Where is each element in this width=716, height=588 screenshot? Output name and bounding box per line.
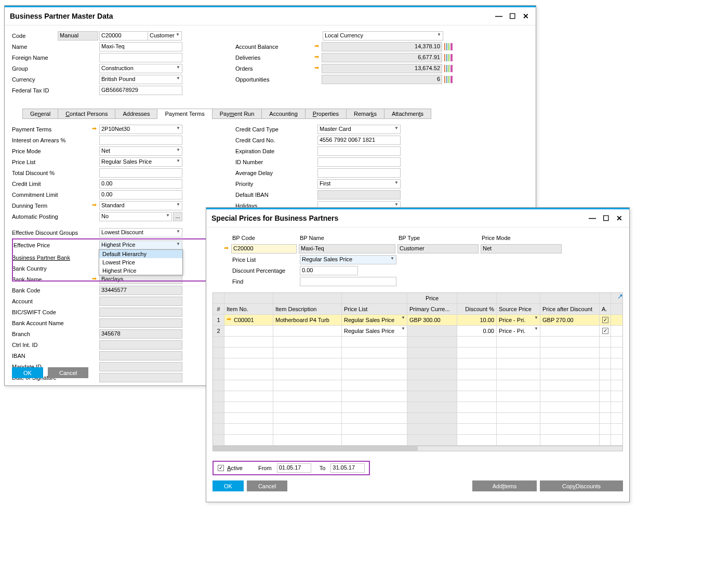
dd-item-highest-price[interactable]: Highest Price [99, 266, 182, 275]
tab-attachments[interactable]: Attachments [384, 109, 431, 119]
table-row[interactable] [213, 337, 622, 348]
sp-discount-pct-field[interactable]: 0.00 [300, 266, 358, 275]
copy-discounts-button[interactable]: Copy Discounts [540, 480, 623, 491]
link-arrow-icon[interactable] [314, 55, 322, 61]
group-select[interactable]: Construction [99, 64, 182, 73]
tab-properties[interactable]: Properties [305, 109, 347, 119]
automatic-posting-extra-button[interactable]: ... [173, 212, 182, 221]
tab-remarks[interactable]: Remarks [346, 109, 384, 119]
cell-source[interactable]: Price - Pri. [497, 326, 540, 336]
cc-no-field[interactable]: 4556 7992 0067 1821 [317, 136, 401, 145]
from-field[interactable]: 01.05.17 [277, 463, 311, 473]
tab-addresses[interactable]: Addresses [115, 109, 157, 119]
cancel-button[interactable]: Cancel [247, 480, 287, 491]
ok-button[interactable]: OK [213, 480, 244, 491]
cell-a[interactable]: ✓ [600, 315, 611, 325]
automatic-posting-select[interactable]: No [99, 212, 172, 221]
code-field[interactable]: C20000 [99, 31, 148, 41]
tab-general[interactable]: General [22, 109, 58, 119]
currency-select[interactable]: British Pound [99, 75, 182, 84]
tab-payment-terms[interactable]: Payment Terms [157, 109, 212, 119]
foreign-name-field[interactable] [99, 53, 182, 62]
chart-icon[interactable] [444, 54, 453, 61]
maximize-button[interactable]: ☐ [508, 11, 517, 21]
add-items-button[interactable]: Add Items [472, 480, 537, 491]
cell-item-no[interactable] [224, 326, 273, 336]
link-arrow-icon[interactable] [224, 246, 231, 252]
price-list-select[interactable]: Regular Sales Price [99, 157, 182, 167]
maximize-button[interactable]: ☐ [601, 213, 611, 223]
sp-find-field[interactable] [300, 277, 396, 286]
table-row[interactable] [213, 348, 622, 358]
cell-a[interactable]: ✓ [600, 326, 611, 336]
table-row[interactable] [213, 358, 622, 369]
bp-type-select[interactable]: Customer [148, 31, 182, 41]
col-item-no[interactable]: Item No. [224, 304, 273, 314]
effective-price-select[interactable]: Highest Price [99, 240, 182, 250]
active-checkbox[interactable]: ✓ [218, 465, 224, 471]
col-price-list[interactable]: Price List [342, 304, 407, 314]
cell-item-no[interactable]: C00001 [224, 315, 273, 325]
name-field[interactable]: Maxi-Teq [99, 42, 182, 51]
table-row[interactable] [213, 435, 622, 446]
cell-discount[interactable]: 0.00 [457, 326, 497, 336]
total-discount-field[interactable] [99, 168, 182, 178]
chart-icon[interactable] [444, 65, 453, 72]
minimize-button[interactable]: — [494, 11, 503, 21]
cell-discount[interactable]: 10.00 [457, 315, 497, 325]
federal-tax-field[interactable]: GB566678929 [99, 86, 182, 95]
col-source-price[interactable]: Source Price [497, 304, 540, 314]
tab-contact-persons[interactable]: Contact Persons [58, 109, 115, 119]
col-a[interactable]: A. [600, 304, 611, 314]
eff-discount-groups-select[interactable]: Lowest Discount [99, 228, 182, 237]
payment-terms-select[interactable]: 2P10Net30 [99, 125, 182, 134]
cell-after[interactable]: GBP 270.00 [540, 315, 600, 325]
col-row-no[interactable]: # [213, 304, 224, 314]
cell-price-list[interactable]: Regular Sales Price [342, 315, 407, 325]
table-row[interactable]: 1 C00001 Motherboard P4 Turb Regular Sal… [213, 315, 622, 326]
expiration-field[interactable] [317, 146, 401, 156]
table-row[interactable]: 2 Regular Sales Price 0.00 Price - Pri. … [213, 326, 622, 337]
table-row[interactable] [213, 424, 622, 435]
cancel-button[interactable]: Cancel [48, 367, 88, 378]
effective-price-dropdown[interactable]: Default Hierarchy Lowest Price Highest P… [99, 249, 183, 275]
to-field[interactable]: 31.05.17 [330, 463, 365, 473]
tab-accounting[interactable]: Accounting [261, 109, 305, 119]
close-button[interactable]: ✕ [615, 213, 624, 223]
popout-icon[interactable]: ↗ [617, 292, 623, 300]
commitment-limit-field[interactable]: 0.00 [99, 190, 182, 199]
table-row[interactable] [213, 369, 622, 380]
col-item-desc[interactable]: Item Description [273, 304, 342, 314]
local-currency-select[interactable]: Local Currency [323, 31, 443, 41]
manual-field[interactable]: Manual [58, 31, 98, 41]
link-arrow-icon[interactable] [227, 317, 234, 323]
cell-source[interactable]: Price - Pri. [497, 315, 540, 325]
cell-after[interactable] [540, 326, 600, 336]
price-mode-select[interactable]: Net [99, 146, 182, 156]
dd-item-lowest-price[interactable]: Lowest Price [99, 258, 182, 266]
link-arrow-icon[interactable] [314, 44, 322, 50]
col-price-after[interactable]: Price after Discount [540, 304, 600, 314]
cell-price-list[interactable]: Regular Sales Price [342, 326, 407, 336]
table-row[interactable] [213, 402, 622, 413]
cell-primary[interactable]: GBP 300.00 [407, 315, 457, 325]
tab-payment-run[interactable]: Payment Run [212, 109, 262, 119]
cc-type-select[interactable]: Master Card [317, 125, 401, 134]
col-primary-currency[interactable]: Primary Curre... [407, 304, 457, 314]
cell-desc[interactable] [273, 326, 342, 336]
cell-desc[interactable]: Motherboard P4 Turb [273, 315, 342, 325]
chart-icon[interactable] [444, 76, 453, 83]
priority-select[interactable]: First [317, 179, 401, 189]
dd-item-default-hierarchy[interactable]: Default Hierarchy [99, 250, 182, 258]
interest-arrears-field[interactable] [99, 136, 182, 145]
sp-price-list-select[interactable]: Regular Sales Price [300, 255, 396, 264]
h-scrollbar[interactable] [213, 446, 623, 451]
minimize-button[interactable]: — [588, 213, 597, 223]
table-row[interactable] [213, 391, 622, 402]
sp-bp-code-field[interactable]: C20000 [231, 244, 297, 253]
link-arrow-icon[interactable] [314, 65, 322, 72]
ok-button[interactable]: OK [12, 367, 43, 378]
close-button[interactable]: ✕ [521, 11, 531, 21]
dunning-term-select[interactable]: Standard [99, 201, 182, 210]
link-arrow-icon[interactable] [92, 276, 99, 283]
